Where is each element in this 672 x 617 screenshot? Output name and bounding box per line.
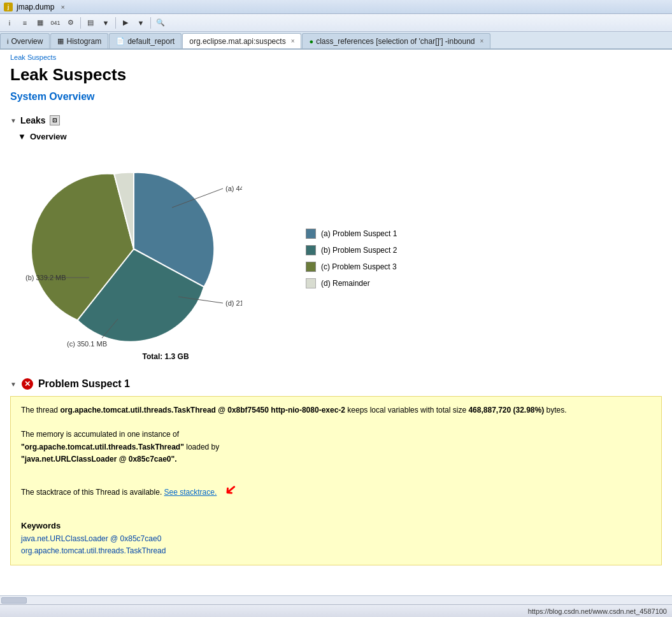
toolbar-btn-8[interactable]: ▼ bbox=[134, 16, 148, 30]
toolbar-btn-dropdown[interactable]: ▼ bbox=[99, 16, 113, 30]
legend-item-a: (a) Problem Suspect 1 bbox=[306, 229, 397, 239]
info-accumulated-text: The memory is accumulated in one instanc… bbox=[21, 430, 179, 439]
tab-histogram-label: Histogram bbox=[66, 37, 101, 46]
status-url: https://blog.csdn.net/www.csdn.net_45871… bbox=[528, 607, 667, 615]
legend-item-c: (c) Problem Suspect 3 bbox=[306, 262, 397, 272]
search-button[interactable]: 🔍 bbox=[154, 16, 168, 30]
see-stacktrace-link[interactable]: See stacktrace. bbox=[164, 488, 217, 497]
toolbar-btn-3[interactable]: ▦ bbox=[33, 16, 47, 30]
error-icon: ✕ bbox=[22, 378, 33, 390]
tab-default-report-label: default_report bbox=[127, 37, 175, 46]
problem-suspect-1-header[interactable]: ▼ ✕ Problem Suspect 1 bbox=[10, 378, 662, 390]
info-button[interactable]: i bbox=[3, 16, 17, 30]
tab-default-report[interactable]: 📄 default_report bbox=[109, 33, 182, 48]
info-line-2: The memory is accumulated in one instanc… bbox=[21, 429, 651, 465]
legend-label-c: (c) Problem Suspect 3 bbox=[321, 262, 397, 271]
info-line-1-prefix: The thread bbox=[21, 406, 60, 415]
chart-label-c: (c) 350.1 MB bbox=[67, 340, 107, 348]
legend-color-c bbox=[306, 262, 316, 272]
tab-suspects-close[interactable]: × bbox=[291, 38, 295, 45]
page-title: Leak Suspects bbox=[0, 62, 672, 91]
overview-section-header[interactable]: ▼ Overview bbox=[0, 129, 672, 144]
pie-chart: (a) 447.2 MB (b) 339.2 MB (c) 350.1 MB (… bbox=[25, 150, 268, 367]
overview-arrow-icon: ▼ bbox=[18, 132, 26, 141]
problem-suspect-1-section: ▼ ✕ Problem Suspect 1 The thread org.apa… bbox=[0, 373, 672, 577]
info-thread-name: org.apache.tomcat.util.threads.TaskThrea… bbox=[60, 406, 345, 415]
legend-color-a bbox=[306, 229, 316, 239]
horizontal-scrollbar[interactable] bbox=[0, 595, 672, 604]
toolbar-btn-6[interactable]: ▤ bbox=[83, 16, 97, 30]
title-bar-close[interactable]: × bbox=[61, 3, 64, 11]
legend-item-b: (b) Problem Suspect 2 bbox=[306, 245, 397, 255]
tab-histogram[interactable]: ▦ Histogram bbox=[50, 33, 108, 48]
toolbar-btn-4[interactable]: 041 bbox=[48, 16, 62, 30]
leaks-section-label: Leaks bbox=[20, 115, 46, 125]
system-overview-link[interactable]: System Overview bbox=[10, 91, 95, 102]
tab-class-ref-label: class_references [selection of 'char[]']… bbox=[316, 37, 475, 46]
tab-default-report-icon: 📄 bbox=[116, 37, 125, 45]
legend-label-d: (d) Remainder bbox=[321, 279, 370, 288]
overview-section-label: Overview bbox=[30, 132, 67, 141]
chart-label-b: (b) 339.2 MB bbox=[25, 274, 66, 281]
system-overview-section: System Overview bbox=[0, 91, 672, 111]
tab-class-ref-close[interactable]: × bbox=[480, 38, 484, 45]
info-stacktrace-line: The stacktrace of this Thread is availab… bbox=[21, 478, 651, 502]
problem-suspect-1-title: Problem Suspect 1 bbox=[38, 378, 130, 390]
hscroll-thumb[interactable] bbox=[1, 597, 27, 604]
toolbar-btn-5[interactable]: ⚙ bbox=[64, 16, 78, 30]
tab-suspects[interactable]: org.eclipse.mat.api:suspects × bbox=[182, 33, 301, 48]
chart-total: Total: 1.3 GB bbox=[25, 352, 268, 361]
keywords-section: Keywords java.net.URLClassLoader @ 0x85c… bbox=[21, 514, 651, 557]
tab-overview-icon: i bbox=[7, 38, 8, 45]
toolbar-btn-2[interactable]: ≡ bbox=[18, 16, 32, 30]
info-stacktrace-prefix: The stacktrace of this Thread is availab… bbox=[21, 488, 164, 497]
legend-color-b bbox=[306, 245, 316, 255]
title-bar-filename: jmap.dump bbox=[17, 3, 54, 11]
main-content: Leak Suspects Leak Suspects System Overv… bbox=[0, 50, 672, 617]
chart-area: (a) 447.2 MB (b) 339.2 MB (c) 350.1 MB (… bbox=[0, 144, 672, 373]
keyword-item-1: java.net.URLClassLoader @ 0x85c7cae0 bbox=[21, 533, 651, 545]
title-bar: j jmap.dump × bbox=[0, 0, 672, 14]
problem-suspect-arrow-icon: ▼ bbox=[10, 381, 17, 388]
tab-histogram-icon: ▦ bbox=[57, 37, 64, 45]
toolbar-separator-3 bbox=[150, 17, 151, 29]
info-size: 468,887,720 (32.98%) bbox=[468, 406, 544, 415]
info-loaded-by: loaded by bbox=[184, 443, 219, 451]
leaks-arrow-icon: ▼ bbox=[10, 117, 17, 124]
toolbar-separator-2 bbox=[115, 17, 116, 29]
toolbar-btn-7[interactable]: ▶ bbox=[118, 16, 132, 30]
keyword-item-2: org.apache.tomcat.util.threads.TaskThrea… bbox=[21, 545, 651, 557]
tab-class-references[interactable]: ● class_references [selection of 'char[]… bbox=[302, 33, 490, 48]
status-bar: https://blog.csdn.net/www.csdn.net_45871… bbox=[0, 604, 672, 617]
info-class-name: "org.apache.tomcat.util.threads.TaskThre… bbox=[21, 443, 184, 451]
leaks-section-header[interactable]: ▼ Leaks ⊡ bbox=[0, 111, 672, 129]
problem-suspect-1-info-box: The thread org.apache.tomcat.util.thread… bbox=[10, 396, 662, 565]
info-line-1-suffix: keeps local variables with total size bbox=[345, 406, 468, 415]
legend-color-d bbox=[306, 278, 316, 288]
pie-chart-svg: (a) 447.2 MB (b) 339.2 MB (c) 350.1 MB (… bbox=[25, 150, 242, 348]
info-line-1: The thread org.apache.tomcat.util.thread… bbox=[21, 404, 651, 416]
chart-label-d: (d) 219.2 MB bbox=[225, 299, 242, 307]
chart-label-a: (a) 447.2 MB bbox=[225, 185, 242, 192]
toolbar-separator bbox=[80, 17, 81, 29]
breadcrumb: Leak Suspects bbox=[0, 50, 672, 62]
legend-item-d: (d) Remainder bbox=[306, 278, 397, 288]
tab-suspects-label: org.eclipse.mat.api:suspects bbox=[189, 37, 285, 46]
info-line-1-end: bytes. bbox=[544, 406, 566, 415]
tab-overview-label: Overview bbox=[11, 37, 43, 46]
breadcrumb-link[interactable]: Leak Suspects bbox=[10, 53, 56, 61]
legend-label-b: (b) Problem Suspect 2 bbox=[321, 246, 397, 255]
tab-bar: i Overview ▦ Histogram 📄 default_report … bbox=[0, 32, 672, 50]
chart-legend: (a) Problem Suspect 1 (b) Problem Suspec… bbox=[306, 229, 397, 288]
legend-label-a: (a) Problem Suspect 1 bbox=[321, 229, 397, 238]
app-icon: j bbox=[4, 3, 13, 11]
toolbar: i ≡ ▦ 041 ⚙ ▤ ▼ ▶ ▼ 🔍 bbox=[0, 14, 672, 32]
tab-overview[interactable]: i Overview bbox=[0, 33, 50, 48]
tab-class-ref-icon: ● bbox=[309, 38, 313, 45]
info-classloader: "java.net.URLClassLoader @ 0x85c7cae0". bbox=[21, 455, 177, 464]
keywords-title: Keywords bbox=[21, 520, 651, 533]
arrow-annotation-icon: ➜ bbox=[218, 476, 243, 503]
leaks-export-icon[interactable]: ⊡ bbox=[50, 115, 60, 125]
